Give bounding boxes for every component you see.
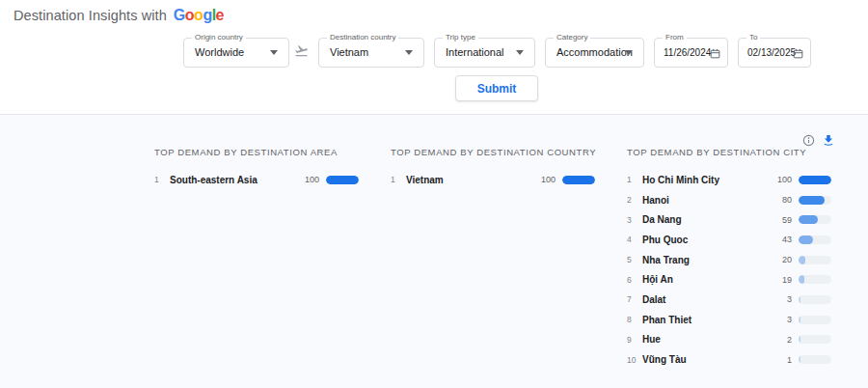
info-icon[interactable] (802, 134, 815, 147)
field-label: Destination country (327, 33, 398, 42)
to-date-field[interactable]: To 02/13/2025 (738, 38, 811, 68)
bar[interactable] (562, 176, 595, 184)
bar-track (799, 176, 831, 184)
row-list: 1Vietnam100 (391, 170, 595, 190)
row-rank: 6 (627, 275, 642, 285)
bar-track (799, 256, 831, 264)
row-value: 3 (787, 294, 792, 304)
table-row: 9Hue2 (627, 330, 831, 350)
destination-country-select[interactable]: Destination country Vietnam (318, 38, 424, 68)
table-row: 6Hội An19 (627, 269, 831, 290)
calendar-icon[interactable] (709, 46, 721, 64)
row-rank: 7 (627, 294, 642, 304)
row-rank: 8 (627, 315, 642, 324)
row-value: 19 (782, 275, 792, 285)
row-label: South-eastern Asia (170, 175, 305, 185)
chevron-down-icon (625, 50, 633, 55)
table-row: 1Vietnam100 (391, 170, 595, 190)
row-label: Hội An (642, 274, 782, 285)
row-label: Hanoi (642, 195, 782, 206)
google-logo-letter: o (185, 7, 194, 23)
results-toolbar (802, 133, 835, 147)
chart-destination-country: TOP DEMAND BY DESTINATION COUNTRY 1Vietn… (391, 147, 595, 190)
row-rank: 10 (627, 355, 642, 365)
row-value: 1 (787, 355, 792, 365)
bar[interactable] (799, 275, 804, 284)
row-value: 100 (777, 175, 792, 184)
field-label: From (663, 33, 687, 42)
category-select[interactable]: Category Accommodation (545, 38, 644, 68)
bar-track (799, 355, 831, 364)
table-row: 2Hanoi80 (627, 190, 831, 210)
bar[interactable] (799, 316, 800, 324)
row-rank: 5 (627, 255, 642, 264)
bar-track (799, 236, 831, 244)
page-header: Destination Insights with Google (14, 7, 224, 24)
row-rank: 3 (627, 215, 642, 225)
table-row: 7Dalat3 (627, 290, 831, 310)
bar[interactable] (799, 355, 800, 364)
row-value: 59 (782, 215, 792, 225)
chart-destination-area: TOP DEMAND BY DESTINATION AREA 1South-ea… (154, 147, 359, 190)
table-row: 4Phu Quoc43 (627, 230, 831, 250)
trip-type-select[interactable]: Trip type International (434, 38, 535, 68)
row-value: 100 (305, 175, 319, 184)
google-logo-letter: G (174, 7, 185, 23)
field-label: Origin country (192, 33, 246, 42)
submit-button[interactable]: Submit (455, 75, 538, 101)
bar[interactable] (799, 236, 813, 244)
field-label: Trip type (443, 33, 478, 42)
bar-track (799, 316, 831, 324)
row-rank: 2 (627, 195, 642, 205)
column-title: TOP DEMAND BY DESTINATION COUNTRY (391, 147, 595, 160)
google-logo-letter: g (203, 7, 211, 23)
bar[interactable] (799, 196, 825, 205)
table-row: 5Nha Trang20 (627, 250, 831, 270)
bar[interactable] (799, 256, 805, 264)
field-label: Category (554, 33, 590, 42)
google-logo: Google (174, 7, 224, 24)
row-list: 1South-eastern Asia100 (154, 170, 359, 190)
table-row: 1South-eastern Asia100 (154, 170, 359, 190)
row-value: 20 (782, 255, 792, 264)
row-rank: 1 (391, 175, 406, 184)
bar-track (799, 196, 831, 205)
bar[interactable] (799, 176, 831, 184)
calendar-icon[interactable] (792, 46, 804, 64)
row-label: Vietnam (406, 175, 541, 185)
bar[interactable] (799, 215, 818, 224)
row-rank: 1 (154, 175, 170, 184)
bar[interactable] (799, 295, 800, 304)
bar-track (562, 176, 595, 184)
row-value: 2 (787, 335, 792, 345)
row-rank: 4 (627, 235, 642, 244)
column-title: TOP DEMAND BY DESTINATION AREA (154, 147, 359, 160)
from-date-field[interactable]: From 11/26/2024 (654, 38, 728, 68)
row-label: Ho Chi Minh City (642, 175, 777, 185)
row-value: 80 (782, 195, 792, 205)
destination-insights-page: Destination Insights with Google Origin … (0, 0, 868, 388)
row-label: Da Nang (642, 214, 782, 225)
table-row: 8Phan Thiet3 (627, 310, 831, 330)
column-title: TOP DEMAND BY DESTINATION CITY (627, 147, 831, 160)
bar-track (326, 176, 359, 184)
page-title: Destination Insights with (14, 8, 167, 23)
download-icon[interactable] (822, 133, 835, 147)
bar[interactable] (799, 335, 800, 344)
google-logo-letter: e (216, 7, 224, 23)
row-list: 1Ho Chi Minh City1002Hanoi803Da Nang594P… (627, 170, 831, 370)
table-row: 3Da Nang59 (627, 209, 831, 230)
row-label: Hue (642, 334, 787, 345)
origin-country-select[interactable]: Origin country Worldwide (183, 38, 289, 68)
row-label: Nha Trang (642, 255, 782, 265)
chevron-down-icon (405, 50, 413, 55)
row-rank: 1 (627, 175, 642, 184)
row-value: 100 (541, 175, 556, 184)
bar[interactable] (326, 176, 359, 184)
chevron-down-icon (516, 50, 524, 55)
row-label: Vũng Tàu (642, 354, 787, 365)
bar-track (799, 295, 831, 304)
row-value: 43 (782, 235, 792, 244)
row-label: Dalat (642, 294, 787, 305)
row-label: Phu Quoc (642, 235, 782, 245)
